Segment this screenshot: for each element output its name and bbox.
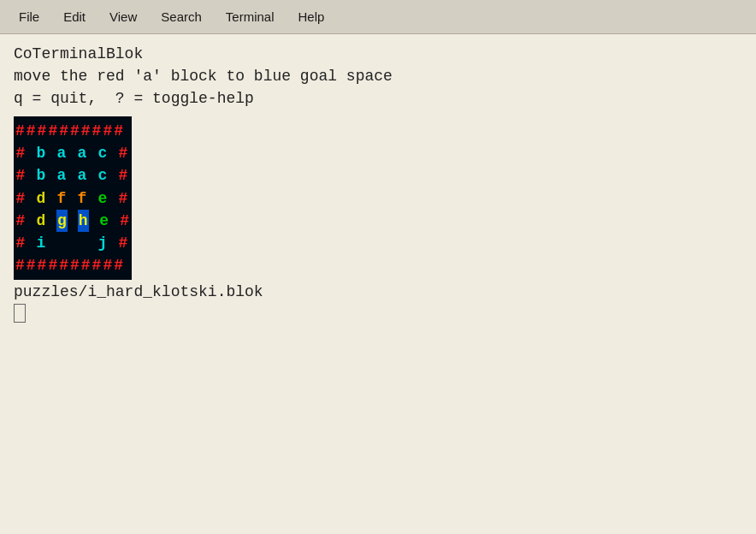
grid-cell: #	[15, 232, 26, 254]
grid-cell: #	[15, 187, 26, 210]
menu-terminal[interactable]: Terminal	[214, 4, 286, 29]
grid-row: ##########	[15, 120, 130, 142]
grid-row: # b a a c #	[15, 164, 130, 187]
grid-cell: i	[36, 232, 46, 254]
grid-cell: c	[97, 164, 108, 187]
grid-cell: #	[118, 232, 128, 254]
grid-cell: #	[15, 164, 26, 187]
grid-cell: #	[15, 142, 26, 164]
menubar: File Edit View Search Terminal Help	[0, 0, 756, 34]
grid-cell: d	[36, 210, 46, 232]
grid-row: # i j #	[15, 232, 130, 254]
menu-edit[interactable]: Edit	[51, 4, 97, 29]
grid-cell: c	[97, 142, 108, 164]
grid-cell: #	[118, 187, 128, 210]
grid-cell: e	[97, 187, 108, 210]
grid-cell: e	[99, 210, 109, 232]
grid-cell: b	[36, 164, 46, 187]
grid-cell: d	[36, 187, 46, 210]
grid-row: # d g h e #	[15, 210, 130, 232]
menu-help[interactable]: Help	[286, 4, 337, 29]
grid-cell: b	[36, 142, 46, 164]
grid-cell: a	[77, 142, 87, 164]
grid-cell: j	[97, 232, 108, 254]
menu-file[interactable]: File	[7, 4, 51, 29]
grid-cell: g	[56, 210, 68, 232]
grid-cell: a	[77, 164, 87, 187]
grid-cell: a	[56, 142, 67, 164]
grid-row: # b a a c #	[15, 142, 130, 164]
grid-cell: h	[78, 210, 89, 232]
instruction-line2: q = quit, ? = toggle-help	[14, 87, 742, 110]
app-title: CoTerminalBlok	[14, 43, 742, 65]
grid-cell: #	[15, 210, 26, 232]
main-content: CoTerminalBlok move the red 'a' block to…	[0, 34, 756, 534]
puzzle-grid: ########### b a a c ## b a a c ## d f f …	[14, 116, 132, 280]
grid-cell: f	[77, 187, 87, 210]
instruction-line1: move the red 'a' block to blue goal spac…	[14, 65, 742, 87]
filename: puzzles/i_hard_klotski.blok	[14, 283, 742, 300]
cursor	[14, 304, 26, 323]
grid-row: ##########	[15, 254, 130, 276]
grid-row: # d f f e #	[15, 187, 130, 210]
grid-cell: a	[56, 164, 67, 187]
grid-cell: #	[120, 210, 130, 232]
grid-cell: #	[118, 142, 128, 164]
menu-view[interactable]: View	[97, 4, 149, 29]
grid-cell: #	[118, 164, 128, 187]
grid-cell: f	[56, 187, 67, 210]
menu-search[interactable]: Search	[149, 4, 214, 29]
